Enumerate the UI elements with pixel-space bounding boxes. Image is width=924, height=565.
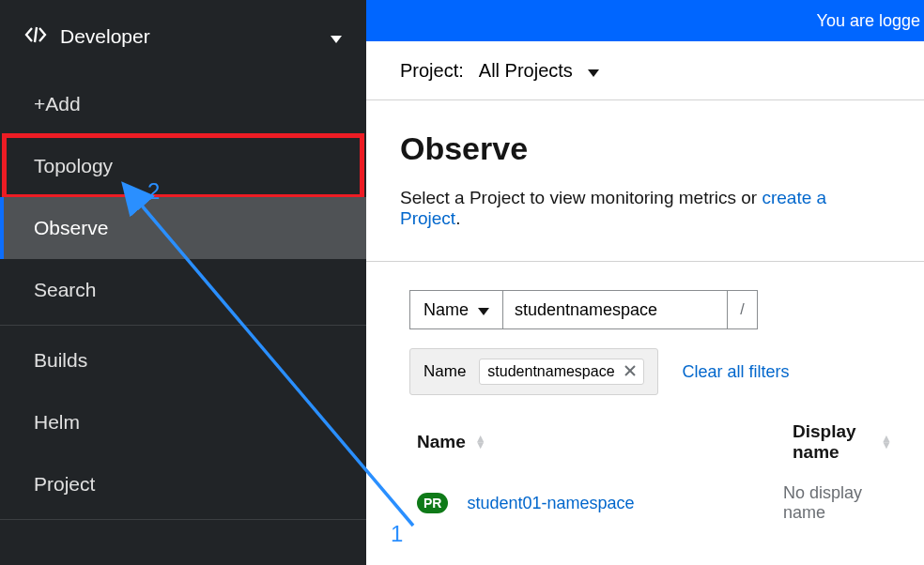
filter-bar: Name / (366, 262, 924, 348)
slash-hint: / (728, 290, 758, 329)
active-filters: Name studentnamespace Clear all filters (366, 348, 924, 412)
sidebar-item-add[interactable]: +Add (0, 73, 366, 135)
sidebar-item-topology[interactable]: Topology (0, 135, 366, 197)
sidebar: Developer +Add Topology Observe Search B… (0, 0, 366, 565)
table-header: Name ▲▼ Display name ▲▼ (366, 412, 924, 472)
highlight-rect-annotation (2, 133, 364, 199)
close-icon[interactable] (624, 363, 636, 380)
project-value: All Projects (479, 60, 573, 82)
divider (0, 519, 366, 520)
sidebar-item-label: Helm (34, 411, 80, 434)
sidebar-item-label: Project (34, 473, 95, 496)
sidebar-item-label: Builds (34, 349, 87, 372)
filter-name-input[interactable] (502, 290, 728, 329)
banner-text: You are logge (817, 11, 920, 31)
sidebar-item-label: +Add (34, 93, 81, 115)
chip-value: studentnamespace (487, 363, 614, 380)
code-icon (24, 25, 47, 48)
perspective-label: Developer (60, 25, 150, 48)
col-label: Name (417, 432, 466, 452)
chevron-down-icon (478, 300, 489, 320)
sidebar-item-project[interactable]: Project (0, 453, 366, 515)
main-area: You are logge Project: All Projects Obse… (366, 0, 924, 565)
chevron-down-icon (331, 25, 342, 48)
hint-text: . (455, 208, 460, 228)
page-hint: Select a Project to view monitoring metr… (400, 188, 890, 229)
divider (0, 325, 366, 326)
sort-icon: ▲▼ (881, 435, 890, 449)
perspective-switcher[interactable]: Developer (0, 0, 366, 73)
column-header-display-name[interactable]: Display name ▲▼ (793, 421, 890, 463)
filter-chip: studentnamespace (479, 359, 643, 385)
resource-badge: PR (417, 493, 448, 513)
sidebar-item-helm[interactable]: Helm (0, 391, 366, 453)
sidebar-item-search[interactable]: Search (0, 259, 366, 321)
col-label: Display name (793, 421, 871, 463)
sidebar-item-builds[interactable]: Builds (0, 329, 366, 391)
filter-chip-group: Name studentnamespace (409, 348, 658, 395)
column-header-name[interactable]: Name ▲▼ (417, 421, 783, 463)
sidebar-item-observe[interactable]: Observe (0, 197, 366, 259)
page-title: Observe (400, 130, 890, 167)
hint-text: Select a Project to view monitoring metr… (400, 188, 762, 207)
sort-icon: ▲▼ (475, 435, 485, 449)
sidebar-item-label: Search (34, 279, 97, 301)
project-label: Project: (400, 60, 464, 82)
project-dropdown[interactable]: Project: All Projects (366, 41, 924, 100)
chevron-down-icon (588, 60, 599, 82)
display-name-value: No display name (783, 483, 890, 523)
info-banner: You are logge (366, 0, 924, 41)
filter-type-label: Name (424, 300, 469, 320)
project-name-link[interactable]: student01-namespace (467, 494, 634, 513)
svg-line-0 (35, 27, 37, 42)
chip-group-label: Name (424, 362, 466, 381)
filter-type-dropdown[interactable]: Name (409, 290, 502, 329)
clear-all-filters-link[interactable]: Clear all filters (683, 362, 790, 382)
sidebar-item-label: Observe (34, 217, 108, 239)
table-row[interactable]: PR student01-namespace No display name (366, 472, 924, 534)
